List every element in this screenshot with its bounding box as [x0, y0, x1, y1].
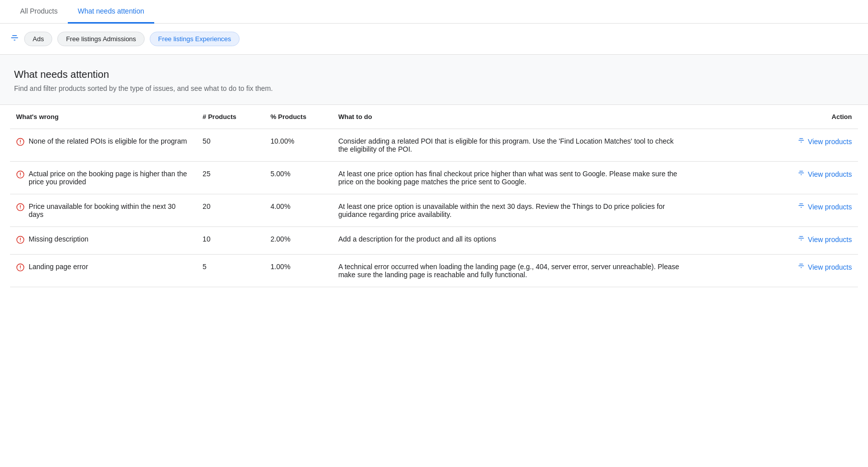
what-to-do-cell-0: Consider adding a related POI that is el… [332, 129, 688, 162]
pct-products-cell-4: 1.00% [264, 255, 332, 287]
col-header-num-products: # Products [196, 105, 264, 129]
svg-point-5 [20, 176, 21, 176]
issues-table: What's wrong # Products % Products What … [10, 105, 858, 287]
error-icon-4 [16, 263, 25, 274]
error-icon-2 [16, 203, 25, 213]
issue-text-0: None of the related POIs is eligible for… [29, 137, 187, 145]
table-row: Actual price on the booking page is high… [10, 162, 858, 194]
table-row: None of the related POIs is eligible for… [10, 129, 858, 162]
num-products-cell-3: 10 [196, 227, 264, 255]
issue-cell-3: Missing description [10, 227, 196, 255]
num-products-cell-1: 25 [196, 162, 264, 194]
tab-bar: All Products What needs attention [0, 0, 868, 24]
col-header-action: Action [688, 105, 858, 129]
issue-text-4: Landing page error [29, 263, 88, 271]
table-row: Landing page error 5 1.00% A technical e… [10, 255, 858, 287]
tab-what-needs-attention[interactable]: What needs attention [68, 0, 154, 24]
col-header-pct-products: % Products [264, 105, 332, 129]
col-header-whats-wrong: What's wrong [10, 105, 196, 129]
num-products-cell-0: 50 [196, 129, 264, 162]
filter-chip-free-listings-experiences[interactable]: Free listings Experiences [150, 32, 240, 46]
action-cell-4: View products [688, 255, 858, 287]
hero-description: Find and filter products sorted by the t… [14, 84, 854, 92]
table-row: Price unavailable for booking within the… [10, 194, 858, 227]
svg-point-2 [20, 143, 21, 144]
filter-chip-free-listings-admissions[interactable]: Free listings Admissions [57, 32, 144, 46]
pct-products-cell-2: 4.00% [264, 194, 332, 227]
hero-title: What needs attention [14, 69, 854, 80]
view-products-button-2[interactable]: View products [798, 202, 852, 211]
error-icon-0 [16, 138, 25, 148]
table-row: Missing description 10 2.00% Add a descr… [10, 227, 858, 255]
error-icon-1 [16, 170, 25, 181]
view-products-button-4[interactable]: View products [798, 263, 852, 271]
view-products-icon-3 [798, 235, 805, 244]
action-cell-1: View products [688, 162, 858, 194]
filter-row: Ads Free listings Admissions Free listin… [0, 24, 868, 55]
issue-cell-1: Actual price on the booking page is high… [10, 162, 196, 194]
issues-table-container: What's wrong # Products % Products What … [0, 105, 868, 287]
svg-point-14 [20, 269, 21, 269]
error-icon-3 [16, 236, 25, 246]
issue-text-1: Actual price on the booking page is high… [29, 170, 190, 186]
action-cell-2: View products [688, 194, 858, 227]
issue-cell-2: Price unavailable for booking within the… [10, 194, 196, 227]
view-products-icon-1 [798, 170, 805, 178]
view-products-icon-2 [798, 202, 805, 211]
what-to-do-cell-2: At least one price option is unavailable… [332, 194, 688, 227]
hero-section: What needs attention Find and filter pro… [0, 55, 868, 105]
filter-icon [10, 34, 19, 44]
issue-cell-4: Landing page error [10, 255, 196, 287]
view-products-button-1[interactable]: View products [798, 170, 852, 178]
pct-products-cell-3: 2.00% [264, 227, 332, 255]
action-cell-3: View products [688, 227, 858, 255]
svg-point-8 [20, 208, 21, 209]
pct-products-cell-0: 10.00% [264, 129, 332, 162]
view-products-icon-4 [798, 263, 805, 271]
col-header-what-to-do: What to do [332, 105, 688, 129]
num-products-cell-4: 5 [196, 255, 264, 287]
view-products-button-0[interactable]: View products [798, 137, 852, 146]
view-products-icon-0 [798, 137, 805, 146]
pct-products-cell-1: 5.00% [264, 162, 332, 194]
issue-cell-0: None of the related POIs is eligible for… [10, 129, 196, 162]
action-cell-0: View products [688, 129, 858, 162]
issue-text-2: Price unavailable for booking within the… [29, 202, 190, 218]
filter-chip-ads[interactable]: Ads [24, 32, 52, 46]
tab-all-products[interactable]: All Products [10, 0, 68, 24]
svg-point-11 [20, 241, 21, 242]
num-products-cell-2: 20 [196, 194, 264, 227]
table-header-row: What's wrong # Products % Products What … [10, 105, 858, 129]
what-to-do-cell-1: At least one price option has final chec… [332, 162, 688, 194]
issue-text-3: Missing description [29, 235, 88, 243]
view-products-button-3[interactable]: View products [798, 235, 852, 244]
what-to-do-cell-4: A technical error occurred when loading … [332, 255, 688, 287]
what-to-do-cell-3: Add a description for the product and al… [332, 227, 688, 255]
